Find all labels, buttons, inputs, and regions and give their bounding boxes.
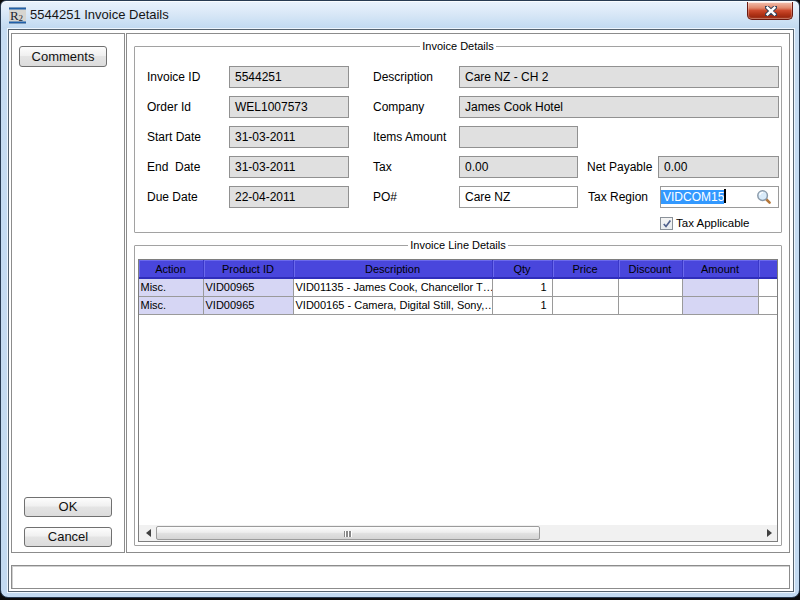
svg-text:2: 2: [19, 13, 24, 23]
